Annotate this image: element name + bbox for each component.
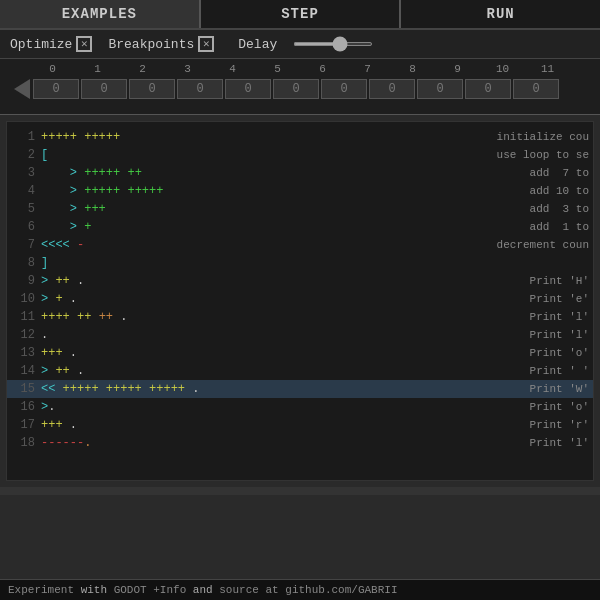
code-comment-17: Print 'r' bbox=[526, 416, 589, 434]
ruler-cell-3[interactable]: 0 bbox=[177, 79, 223, 99]
code-comment-12: Print 'l' bbox=[526, 326, 589, 344]
code-line-4: 4 > +++++ +++++ add 10 to bbox=[7, 182, 593, 200]
code-content-18: ------. bbox=[41, 434, 526, 452]
code-content-11: ++++ ++ ++ . bbox=[41, 308, 526, 326]
line-num-10: 10 bbox=[11, 290, 35, 308]
nav-examples[interactable]: EXAMPLES bbox=[0, 0, 201, 28]
code-line-9: 9 > ++ . Print 'H' bbox=[7, 272, 593, 290]
code-content-3: > +++++ ++ bbox=[41, 164, 512, 182]
code-comment-13: Print 'o' bbox=[526, 344, 589, 362]
code-content-1: +++++ +++++ bbox=[41, 128, 493, 146]
line-num-15: 15 bbox=[11, 380, 35, 398]
ruler-cell-5[interactable]: 0 bbox=[273, 79, 319, 99]
code-content-14: > ++ . bbox=[41, 362, 526, 380]
optimize-checkbox[interactable]: ✕ bbox=[76, 36, 92, 52]
line-num-12: 12 bbox=[11, 326, 35, 344]
code-comment-1: initialize cou bbox=[493, 128, 589, 146]
code-line-2: 2 [ use loop to se bbox=[7, 146, 593, 164]
ruler-cell-8[interactable]: 0 bbox=[417, 79, 463, 99]
ruler-num-3: 3 bbox=[165, 63, 210, 75]
line-num-4: 4 bbox=[11, 182, 35, 200]
ruler-cell-6[interactable]: 0 bbox=[321, 79, 367, 99]
line-num-9: 9 bbox=[11, 272, 35, 290]
code-comment-4: add 10 to bbox=[512, 182, 589, 200]
code-comment-3: add 7 to bbox=[512, 164, 589, 182]
line-num-16: 16 bbox=[11, 398, 35, 416]
ruler-cell-9[interactable]: 0 bbox=[465, 79, 511, 99]
ruler-cell-7[interactable]: 0 bbox=[369, 79, 415, 99]
ruler-num-11: 11 bbox=[525, 63, 570, 75]
code-content-4: > +++++ +++++ bbox=[41, 182, 512, 200]
ruler-num-4: 4 bbox=[210, 63, 255, 75]
code-line-14: 14 > ++ . Print ' ' bbox=[7, 362, 593, 380]
code-comment-18: Print 'l' bbox=[526, 434, 589, 452]
code-comment-9: Print 'H' bbox=[526, 272, 589, 290]
controls-bar: Optimize ✕ Breakpoints ✕ Delay bbox=[0, 30, 600, 59]
breakpoints-checkbox[interactable]: ✕ bbox=[198, 36, 214, 52]
ruler-cell-1[interactable]: 0 bbox=[81, 79, 127, 99]
ruler-num-7: 7 bbox=[345, 63, 390, 75]
code-content-6: > + bbox=[41, 218, 512, 236]
code-content-9: > ++ . bbox=[41, 272, 526, 290]
ruler-cell-0[interactable]: 0 bbox=[33, 79, 79, 99]
line-num-3: 3 bbox=[11, 164, 35, 182]
delay-label: Delay bbox=[238, 37, 277, 52]
code-content-13: +++ . bbox=[41, 344, 526, 362]
line-num-11: 11 bbox=[11, 308, 35, 326]
code-comment-15: Print 'W' bbox=[526, 380, 589, 398]
code-comment-16: Print 'o' bbox=[526, 398, 589, 416]
ruler-cell-2[interactable]: 0 bbox=[129, 79, 175, 99]
code-line-1: 1 +++++ +++++ initialize cou bbox=[7, 128, 593, 146]
line-num-18: 18 bbox=[11, 434, 35, 452]
code-content-7: <<<< - bbox=[41, 236, 493, 254]
code-line-8: 8 ] bbox=[7, 254, 593, 272]
code-content-8: ] bbox=[41, 254, 585, 272]
ruler-cell-10[interactable]: 0 bbox=[513, 79, 559, 99]
code-line-7: 7 <<<< - decrement coun bbox=[7, 236, 593, 254]
bottom-separator bbox=[0, 487, 600, 495]
ruler-num-8: 8 bbox=[390, 63, 435, 75]
optimize-control[interactable]: Optimize ✕ bbox=[10, 36, 92, 52]
ruler-num-10: 10 bbox=[480, 63, 525, 75]
code-line-13: 13 +++ . Print 'o' bbox=[7, 344, 593, 362]
status-bar: Experiment with GODOT +Info and source a… bbox=[0, 579, 600, 600]
ruler-cell-4[interactable]: 0 bbox=[225, 79, 271, 99]
nav-run[interactable]: RUN bbox=[401, 0, 600, 28]
code-comment-11: Print 'l' bbox=[526, 308, 589, 326]
ruler-num-5: 5 bbox=[255, 63, 300, 75]
ruler-num-9: 9 bbox=[435, 63, 480, 75]
line-num-13: 13 bbox=[11, 344, 35, 362]
code-line-10: 10 > + . Print 'e' bbox=[7, 290, 593, 308]
ruler: 0 1 2 3 4 5 6 7 8 9 10 11 0 0 0 0 0 0 0 … bbox=[0, 59, 600, 115]
code-content-12: . bbox=[41, 326, 526, 344]
line-num-6: 6 bbox=[11, 218, 35, 236]
top-navigation: EXAMPLES STEP RUN bbox=[0, 0, 600, 30]
code-line-6: 6 > + add 1 to bbox=[7, 218, 593, 236]
ruler-num-2: 2 bbox=[120, 63, 165, 75]
code-comment-5: add 3 to bbox=[512, 200, 589, 218]
line-num-17: 17 bbox=[11, 416, 35, 434]
code-line-15: 15 << +++++ +++++ +++++ . Print 'W' bbox=[7, 380, 593, 398]
code-line-16: 16 >. Print 'o' bbox=[7, 398, 593, 416]
code-line-5: 5 > +++ add 3 to bbox=[7, 200, 593, 218]
code-content-10: > + . bbox=[41, 290, 526, 308]
ruler-num-0: 0 bbox=[30, 63, 75, 75]
code-comment-14: Print ' ' bbox=[526, 362, 589, 380]
optimize-label: Optimize bbox=[10, 37, 72, 52]
delay-slider[interactable] bbox=[293, 42, 373, 46]
ruler-arrow bbox=[14, 79, 30, 99]
code-content-5: > +++ bbox=[41, 200, 512, 218]
code-comment-10: Print 'e' bbox=[526, 290, 589, 308]
status-text: Experiment with GODOT +Info and source a… bbox=[8, 584, 398, 596]
breakpoints-label: Breakpoints bbox=[108, 37, 194, 52]
code-content-15: << +++++ +++++ +++++ . bbox=[41, 380, 526, 398]
nav-step[interactable]: STEP bbox=[201, 0, 402, 28]
line-num-5: 5 bbox=[11, 200, 35, 218]
code-content-17: +++ . bbox=[41, 416, 526, 434]
code-line-11: 11 ++++ ++ ++ . Print 'l' bbox=[7, 308, 593, 326]
breakpoints-control[interactable]: Breakpoints ✕ bbox=[108, 36, 214, 52]
code-comment-6: add 1 to bbox=[512, 218, 589, 236]
line-num-2: 2 bbox=[11, 146, 35, 164]
line-num-1: 1 bbox=[11, 128, 35, 146]
code-content-2: [ bbox=[41, 146, 493, 164]
